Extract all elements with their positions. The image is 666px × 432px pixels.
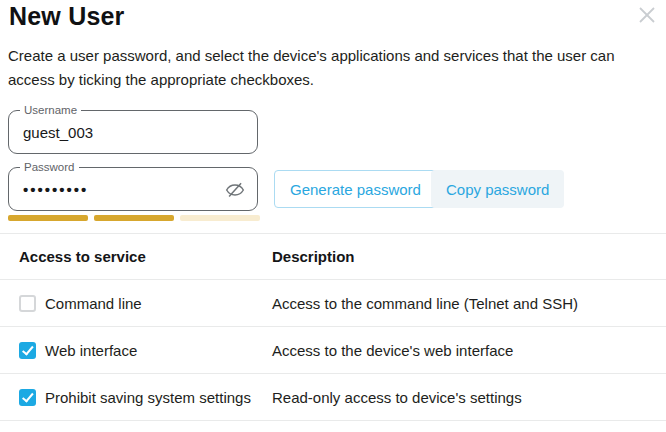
- password-field-wrapper: Password: [8, 167, 258, 211]
- close-button[interactable]: [636, 4, 658, 26]
- close-icon: [636, 4, 658, 26]
- checkbox-web-interface[interactable]: [19, 342, 36, 359]
- copy-password-button[interactable]: Copy password: [431, 170, 564, 208]
- service-description: Access to the command line (Telnet and S…: [272, 295, 666, 312]
- checkbox-prohibit-saving[interactable]: [19, 389, 36, 406]
- strength-segment: [180, 215, 260, 221]
- service-description: Access to the device's web interface: [272, 342, 666, 359]
- page-title: New User: [9, 2, 125, 31]
- header-access-to-service: Access to service: [0, 248, 272, 265]
- access-table: Access to service Description Command li…: [0, 233, 666, 421]
- username-field-wrapper: Username: [8, 110, 258, 154]
- checkbox-command-line[interactable]: [19, 295, 36, 312]
- username-field-label: Username: [20, 103, 81, 118]
- strength-segment: [94, 215, 174, 221]
- table-row-web-interface: Web interface Access to the device's web…: [0, 327, 666, 374]
- table-row-command-line: Command line Access to the command line …: [0, 280, 666, 327]
- password-strength-meter: [8, 215, 260, 221]
- service-description: Read-only access to device's settings: [272, 389, 666, 406]
- service-label: Web interface: [45, 342, 137, 359]
- password-field-label: Password: [20, 160, 79, 175]
- table-row-prohibit-saving: Prohibit saving system settings Read-onl…: [0, 374, 666, 421]
- service-label: Command line: [45, 295, 142, 312]
- generate-password-button[interactable]: Generate password: [274, 170, 437, 208]
- dialog-description: Create a user password, and select the d…: [8, 44, 658, 92]
- strength-segment: [8, 215, 88, 221]
- service-label: Prohibit saving system settings: [45, 389, 251, 406]
- toggle-password-visibility-button[interactable]: [224, 179, 246, 201]
- header-description: Description: [272, 248, 666, 265]
- table-header-row: Access to service Description: [0, 233, 666, 280]
- eye-off-icon: [224, 179, 246, 201]
